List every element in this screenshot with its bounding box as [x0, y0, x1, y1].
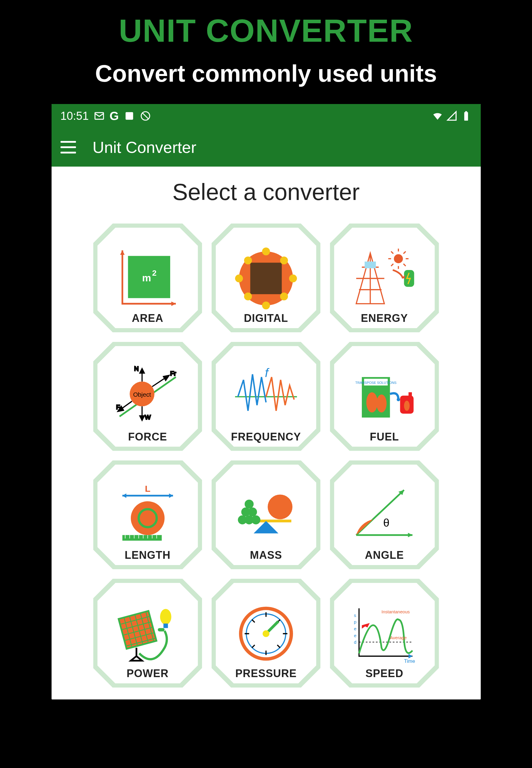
svg-point-38 — [131, 501, 165, 535]
app-bar: Unit Converter — [52, 128, 481, 167]
tile-label: FORCE — [128, 431, 167, 451]
svg-rect-36 — [409, 392, 412, 397]
svg-text:Instantaneous: Instantaneous — [381, 609, 410, 614]
svg-point-33 — [397, 398, 400, 401]
angle-icon: θ — [345, 482, 424, 549]
svg-rect-18 — [365, 261, 376, 268]
digital-icon — [227, 245, 305, 312]
svg-point-13 — [289, 274, 297, 282]
svg-rect-9 — [250, 263, 282, 294]
tile-label: MASS — [250, 549, 282, 569]
tile-label: ANGLE — [365, 549, 404, 569]
svg-point-31 — [366, 392, 378, 412]
length-icon: L — [108, 482, 187, 549]
promo-title: UNIT CONVERTER — [0, 0, 532, 49]
tile-force[interactable]: Object N W Fr F FORCE — [93, 342, 202, 451]
svg-text:m: m — [142, 272, 151, 283]
svg-text:L: L — [145, 484, 150, 494]
tile-area[interactable]: m 2 AREA — [93, 224, 202, 332]
speed-icon: Time speed Instantaneous Average — [345, 600, 424, 668]
tile-label: FREQUENCY — [231, 431, 301, 451]
mail-icon — [94, 110, 105, 122]
pressure-icon — [227, 600, 305, 668]
force-icon: Object N W Fr F — [108, 363, 187, 431]
tile-label: LENGTH — [125, 549, 170, 569]
svg-text:f: f — [265, 366, 270, 380]
svg-text:Fr: Fr — [170, 370, 176, 377]
svg-text:e: e — [354, 633, 356, 638]
tile-mass[interactable]: MASS — [212, 460, 320, 569]
svg-rect-40 — [122, 535, 162, 541]
energy-icon — [345, 245, 424, 312]
tile-label: ENERGY — [361, 312, 408, 332]
page-title: Select a converter — [52, 167, 481, 224]
signal-icon — [446, 110, 457, 122]
tile-angle[interactable]: θ ANGLE — [330, 460, 439, 569]
svg-point-42 — [245, 499, 254, 508]
tile-frequency[interactable]: f FREQUENCY — [212, 342, 320, 451]
menu-icon[interactable] — [61, 138, 78, 156]
svg-text:W: W — [145, 414, 151, 421]
svg-rect-3 — [464, 112, 468, 121]
tile-label: PRESSURE — [235, 667, 297, 688]
svg-text:Object: Object — [133, 391, 151, 398]
power-icon — [108, 600, 187, 668]
converter-grid: m 2 AREA DI — [52, 224, 481, 699]
mass-icon — [227, 482, 305, 549]
svg-point-35 — [404, 401, 410, 411]
svg-text:TRANSPOSE SOLUTIONS: TRANSPOSE SOLUTIONS — [355, 381, 397, 384]
svg-point-32 — [376, 395, 387, 412]
tile-speed[interactable]: Time speed Instantaneous Average SPEED — [330, 579, 439, 688]
status-bar: 10:51 G — [52, 104, 481, 128]
tile-label: DIGITAL — [244, 312, 288, 332]
svg-point-19 — [394, 254, 403, 263]
svg-text:d: d — [354, 640, 356, 645]
tile-pressure[interactable]: PRESSURE — [212, 579, 320, 688]
status-time: 10:51 — [61, 110, 89, 122]
svg-point-14 — [244, 256, 252, 264]
fuel-icon: TRANSPOSE SOLUTIONS — [345, 363, 424, 431]
svg-point-12 — [235, 274, 243, 282]
frequency-icon: f — [227, 363, 305, 431]
svg-point-15 — [280, 256, 288, 264]
svg-text:2: 2 — [152, 269, 156, 277]
svg-point-55 — [263, 630, 269, 637]
svg-text:Average: Average — [390, 635, 407, 640]
screenshot-icon — [124, 110, 135, 122]
svg-point-44 — [248, 507, 257, 516]
tile-fuel[interactable]: TRANSPOSE SOLUTIONS FUEL — [330, 342, 439, 451]
svg-text:F: F — [116, 404, 120, 410]
svg-rect-52 — [158, 628, 165, 631]
svg-text:θ: θ — [383, 516, 390, 529]
svg-point-41 — [268, 494, 292, 519]
area-icon: m 2 — [108, 245, 187, 312]
tile-length[interactable]: L LENGTH — [93, 460, 202, 569]
svg-rect-51 — [163, 623, 168, 628]
phone-frame: 10:51 G Unit — [52, 104, 481, 699]
app-title: Unit Converter — [93, 138, 196, 156]
svg-text:s: s — [354, 613, 356, 618]
tile-label: AREA — [132, 312, 163, 332]
tile-label: FUEL — [370, 431, 399, 451]
svg-point-10 — [262, 247, 270, 255]
svg-text:Time: Time — [404, 658, 415, 664]
svg-text:N: N — [134, 365, 139, 372]
promo-subtitle: Convert commonly used units — [0, 49, 532, 104]
svg-point-11 — [262, 301, 270, 309]
svg-rect-4 — [465, 111, 467, 112]
tile-digital[interactable]: DIGITAL — [212, 224, 320, 332]
tile-power[interactable]: POWER — [93, 579, 202, 688]
tile-label: SPEED — [365, 667, 403, 688]
svg-text:p: p — [354, 619, 356, 624]
tile-label: POWER — [127, 667, 169, 688]
svg-point-17 — [280, 292, 288, 300]
tile-energy[interactable]: ENERGY — [330, 224, 439, 332]
svg-text:e: e — [354, 626, 356, 631]
battery-icon — [460, 110, 472, 122]
svg-point-47 — [251, 515, 260, 524]
svg-point-50 — [160, 609, 171, 625]
target-icon — [140, 110, 151, 122]
svg-rect-1 — [125, 112, 133, 120]
wifi-icon — [432, 110, 443, 122]
svg-point-16 — [244, 292, 252, 300]
